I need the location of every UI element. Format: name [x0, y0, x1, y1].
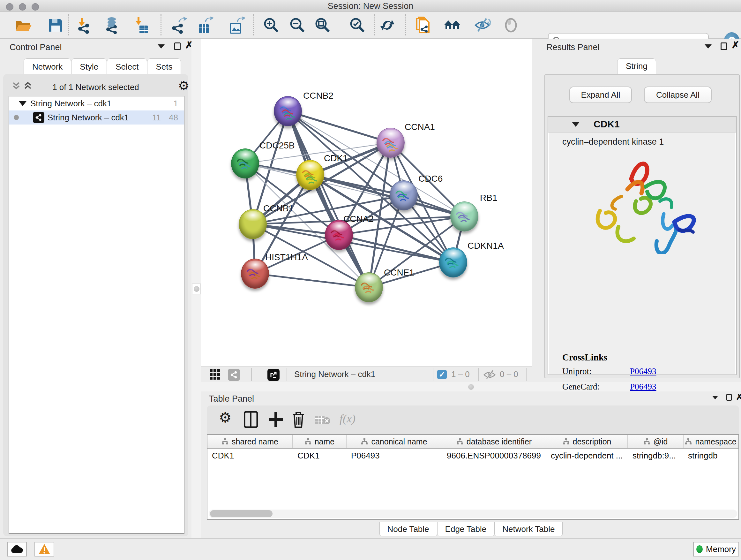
column-type-icon — [643, 438, 650, 445]
node-HIST1H1A[interactable] — [241, 259, 269, 289]
open-session-button[interactable] — [14, 16, 32, 35]
column-header-namespace[interactable]: namespace — [684, 435, 738, 448]
create-column-icon[interactable] — [268, 411, 283, 428]
node-CDC6[interactable] — [390, 180, 418, 210]
import-network-file-button[interactable] — [75, 16, 93, 35]
network-options-gear-icon[interactable]: ⚙ — [178, 79, 190, 92]
node-details-header[interactable]: CDK1 — [548, 117, 736, 132]
node-CDK1[interactable] — [296, 160, 324, 190]
left-splitter-handle[interactable] — [192, 284, 201, 294]
network-tab-body: 1 of 1 Network selected ⚙ String Network… — [3, 74, 188, 537]
tab-select[interactable]: Select — [107, 58, 147, 75]
title-bar: Session: New Session — [0, 0, 741, 11]
import-network-icon — [76, 17, 93, 34]
show-all-button[interactable] — [502, 16, 520, 35]
column-header-name[interactable]: name — [293, 435, 347, 448]
open-in-window-icon[interactable] — [267, 369, 280, 381]
import-table-button[interactable] — [131, 16, 150, 35]
panel-menu-button[interactable] — [158, 44, 165, 49]
cell-canonicalname[interactable]: P06493 — [347, 449, 442, 462]
tab-edge-table[interactable]: Edge Table — [437, 522, 495, 537]
edge-CCNB2-CCNA1[interactable] — [288, 111, 391, 143]
panel-menu-button[interactable] — [704, 44, 712, 49]
node-RB1[interactable] — [450, 201, 478, 232]
export-image-button[interactable] — [227, 16, 246, 35]
column-header-description[interactable]: description — [546, 435, 628, 448]
network-row[interactable]: String Network – cdk1 11 48 — [9, 111, 184, 125]
table-panel: Table Panel ✗ ⚙ f(x) shared namenamecano… — [201, 391, 741, 538]
tab-node-table[interactable]: Node Table — [380, 522, 437, 537]
column-header-sharedname[interactable]: shared name — [207, 435, 293, 448]
panel-close-button[interactable]: ✗ — [731, 41, 739, 49]
export-table-button[interactable] — [196, 16, 214, 35]
export-network-button[interactable] — [170, 16, 188, 35]
column-header-databaseidentifier[interactable]: database identifier — [442, 435, 546, 448]
tab-sets[interactable]: Sets — [147, 58, 181, 75]
save-session-button[interactable] — [46, 16, 65, 35]
panel-float-button[interactable] — [726, 394, 732, 401]
tab-network-table[interactable]: Network Table — [494, 522, 562, 537]
panel-float-button[interactable] — [721, 43, 727, 50]
show-columns-icon[interactable] — [244, 411, 258, 428]
panel-float-button[interactable] — [174, 43, 181, 50]
crosslink-link[interactable]: P06493 — [630, 367, 657, 376]
cell-databaseidentifier[interactable]: 9606.ENSP00000378699 — [442, 449, 546, 462]
expand-all-button[interactable]: Expand All — [569, 86, 632, 103]
cell-namespace[interactable]: stringdb — [684, 449, 738, 462]
import-network-database-button[interactable] — [103, 16, 121, 35]
cloud-status-button[interactable] — [7, 542, 27, 557]
node-CCNA1[interactable] — [377, 128, 405, 158]
warnings-button[interactable] — [35, 542, 54, 557]
node-CCNB2[interactable] — [274, 96, 302, 126]
clone-network-button[interactable] — [414, 16, 433, 35]
memory-label: Memory — [706, 544, 736, 554]
tab-style[interactable]: Style — [71, 58, 107, 75]
grid-mode-icon[interactable] — [209, 369, 221, 380]
zoom-in-button[interactable] — [262, 16, 280, 35]
zoom-out-button[interactable] — [288, 16, 307, 35]
refresh-button[interactable] — [378, 16, 397, 35]
zoom-selected-button[interactable] — [348, 16, 367, 35]
panel-close-button[interactable]: ✗ — [736, 393, 741, 401]
tab-network[interactable]: Network — [23, 58, 71, 75]
hide-selected-button[interactable] — [473, 16, 491, 35]
string-view-icon[interactable] — [228, 369, 240, 381]
column-type-icon — [562, 438, 569, 445]
tab-string[interactable]: String — [617, 58, 656, 74]
delete-column-icon[interactable] — [292, 411, 305, 428]
collapse-all-button[interactable]: Collapse All — [644, 86, 712, 103]
scrollbar-thumb[interactable] — [210, 510, 273, 517]
crosslink-label: GeneCard: — [562, 382, 630, 392]
houses-icon — [444, 17, 461, 34]
column-header-id[interactable]: @id — [628, 435, 684, 448]
node-CCNE1[interactable] — [355, 272, 383, 302]
selected-nodes-checkbox[interactable]: ✓ — [437, 370, 447, 379]
table-options-gear-icon[interactable]: ⚙ — [219, 411, 231, 424]
network-canvas[interactable]: CCNB2CCNA1CDC25BCDK1CDC6RB1CCNB1CCNA2CDK… — [201, 39, 532, 366]
edge-HIST1H1A-CCNE1[interactable] — [255, 273, 369, 287]
collapse-section-icon[interactable] — [572, 122, 580, 127]
bottom-splitter-handle[interactable] — [466, 383, 476, 391]
cell-name[interactable]: CDK1 — [293, 449, 347, 462]
node-CCNA2[interactable] — [325, 220, 353, 250]
crosslink-link[interactable]: P06493 — [630, 382, 657, 392]
tree-expand-icon[interactable] — [19, 101, 26, 106]
table-row[interactable]: CDK1CDK1P064939606.ENSP00000378699cyclin… — [207, 449, 738, 462]
horizontal-scrollbar[interactable] — [209, 509, 737, 518]
network-collection-row[interactable]: String Network – cdk1 1 — [9, 97, 184, 111]
zoom-fit-button[interactable] — [313, 16, 332, 35]
eye-slash-icon — [474, 17, 491, 34]
node-CDC25B[interactable] — [231, 148, 259, 179]
cell-description[interactable]: cyclin-dependent ... — [546, 449, 628, 462]
home-button[interactable] — [443, 16, 461, 35]
node-CDKN1A[interactable] — [439, 247, 467, 277]
panel-menu-button[interactable] — [712, 396, 718, 399]
cell-sharedname[interactable]: CDK1 — [207, 449, 293, 462]
export-image-icon — [228, 17, 245, 34]
node-CCNB1[interactable] — [239, 209, 267, 239]
memory-button[interactable]: Memory — [693, 542, 739, 557]
column-header-canonicalname[interactable]: canonical name — [347, 435, 442, 448]
cell-id[interactable]: stringdb:9... — [628, 449, 684, 462]
import-table-icon — [132, 17, 149, 34]
show-eye-icon — [502, 17, 520, 34]
